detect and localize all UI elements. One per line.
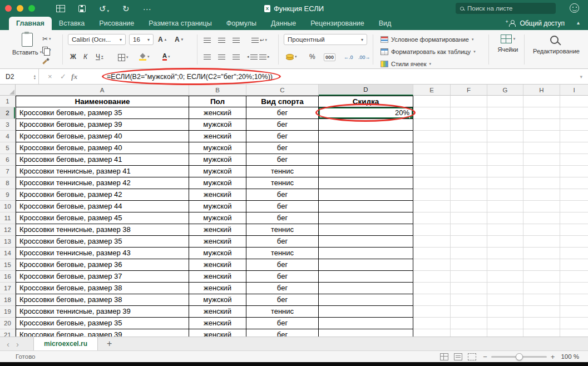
cell-I11[interactable]	[560, 212, 588, 224]
cell-I17[interactable]	[560, 283, 588, 294]
cell-C18[interactable]: бег	[246, 294, 319, 306]
insert-function-icon[interactable]: fx	[71, 69, 77, 84]
zoom-level[interactable]: 100 %	[561, 353, 579, 360]
align-middle-button[interactable]	[218, 36, 225, 44]
undo-button[interactable]: ↺▾	[99, 4, 109, 13]
cell-E7[interactable]	[413, 166, 451, 177]
cell-H13[interactable]	[523, 236, 560, 248]
comma-style-button[interactable]: 000	[324, 53, 335, 62]
cell-A14[interactable]: Кроссовки теннисные, размер 43	[16, 248, 189, 259]
cell-D1[interactable]: Скидка	[319, 96, 413, 107]
row-header-9[interactable]: 9	[0, 189, 16, 201]
cell-H2[interactable]	[523, 107, 560, 119]
cell-E10[interactable]	[413, 201, 451, 212]
cell-H12[interactable]	[523, 224, 560, 236]
cut-button[interactable]: ✂▾	[42, 34, 51, 43]
percent-style-button[interactable]: %	[309, 52, 315, 61]
cell-C14[interactable]: теннис	[246, 248, 319, 259]
cell-G7[interactable]	[487, 166, 523, 177]
cell-H8[interactable]	[523, 177, 560, 189]
cell-H4[interactable]	[523, 131, 560, 142]
cell-A11[interactable]: Кроссовки беговые, размер 45	[16, 212, 189, 224]
cell-D10[interactable]	[319, 201, 413, 212]
cell-G9[interactable]	[487, 189, 523, 201]
cell-E3[interactable]	[413, 119, 451, 131]
cell-D15[interactable]	[319, 259, 413, 271]
cell-D17[interactable]	[319, 283, 413, 294]
cell-G5[interactable]	[487, 142, 523, 154]
cell-B8[interactable]: мужской	[189, 177, 246, 189]
cell-H3[interactable]	[523, 119, 560, 131]
decrease-indent-button[interactable]: ◂	[247, 52, 258, 61]
cell-B20[interactable]: женский	[189, 318, 246, 329]
cell-H7[interactable]	[523, 166, 560, 177]
cell-I2[interactable]	[560, 107, 588, 119]
paste-button[interactable]: Вставить▾	[12, 33, 42, 56]
redo-button[interactable]: ↻	[122, 4, 130, 13]
cell-G14[interactable]	[487, 248, 523, 259]
cell-I19[interactable]	[560, 306, 588, 318]
cell-C1[interactable]: Вид спорта	[246, 96, 319, 107]
cell-G13[interactable]	[487, 236, 523, 248]
cell-F2[interactable]	[451, 107, 487, 119]
cell-G4[interactable]	[487, 131, 523, 142]
tab-draw[interactable]: Рисование	[92, 17, 141, 30]
cell-I21[interactable]	[560, 329, 588, 337]
cell-C6[interactable]: бег	[246, 154, 319, 166]
cell-G11[interactable]	[487, 212, 523, 224]
cell-H15[interactable]	[523, 259, 560, 271]
cell-G16[interactable]	[487, 271, 523, 283]
cell-B6[interactable]: мужской	[189, 154, 246, 166]
row-header-7[interactable]: 7	[0, 166, 16, 177]
format-painter-button[interactable]	[42, 57, 50, 66]
cell-F1[interactable]	[451, 96, 487, 107]
cell-I12[interactable]	[560, 224, 588, 236]
cell-F15[interactable]	[451, 259, 487, 271]
paste-dropdown-icon[interactable]: ▾	[40, 50, 42, 55]
wrap-text-button[interactable]: ↩▾	[251, 36, 267, 44]
cell-A18[interactable]: Кроссовки беговые, размер 38	[16, 294, 189, 306]
cell-F6[interactable]	[451, 154, 487, 166]
cell-E8[interactable]	[413, 177, 451, 189]
cell-I14[interactable]	[560, 248, 588, 259]
row-header-12[interactable]: 12	[0, 224, 16, 236]
font-size-select[interactable]: 16▾	[129, 34, 154, 45]
tab-home[interactable]: Главная	[9, 17, 52, 30]
cell-G12[interactable]	[487, 224, 523, 236]
row-header-16[interactable]: 16	[0, 271, 16, 283]
cell-F14[interactable]	[451, 248, 487, 259]
collapse-ribbon-icon[interactable]: ▴	[577, 19, 580, 26]
cell-F17[interactable]	[451, 283, 487, 294]
cell-G19[interactable]	[487, 306, 523, 318]
cell-B15[interactable]: женский	[189, 259, 246, 271]
cell-E1[interactable]	[413, 96, 451, 107]
copy-button[interactable]: ▾	[42, 46, 51, 55]
sheet-tab-microexcel[interactable]: microexcel.ru	[33, 337, 98, 350]
cell-E21[interactable]	[413, 329, 451, 337]
cell-F16[interactable]	[451, 271, 487, 283]
cell-H14[interactable]	[523, 248, 560, 259]
zoom-out-icon[interactable]: −	[483, 353, 487, 361]
column-header-E[interactable]: E	[413, 85, 451, 96]
cell-B16[interactable]: женский	[189, 271, 246, 283]
cell-I4[interactable]	[560, 131, 588, 142]
cell-C10[interactable]: бег	[246, 201, 319, 212]
cell-I6[interactable]	[560, 154, 588, 166]
workbook-gallery-button[interactable]	[56, 5, 65, 12]
tab-formulas[interactable]: Формулы	[219, 17, 264, 30]
cell-D9[interactable]	[319, 189, 413, 201]
cell-B17[interactable]: женский	[189, 283, 246, 294]
cell-H10[interactable]	[523, 201, 560, 212]
cell-B12[interactable]: женский	[189, 224, 246, 236]
cell-E5[interactable]	[413, 142, 451, 154]
cell-G2[interactable]	[487, 107, 523, 119]
select-all-corner[interactable]	[0, 85, 16, 96]
cell-A16[interactable]: Кроссовки беговые, размер 37	[16, 271, 189, 283]
cell-B7[interactable]: мужской	[189, 166, 246, 177]
cell-F10[interactable]	[451, 201, 487, 212]
increase-decimal-button[interactable]: ←.0	[344, 53, 353, 62]
row-header-6[interactable]: 6	[0, 154, 16, 166]
cell-H19[interactable]	[523, 306, 560, 318]
cell-F8[interactable]	[451, 177, 487, 189]
cell-A4[interactable]: Кроссовки беговые, размер 40	[16, 131, 189, 142]
